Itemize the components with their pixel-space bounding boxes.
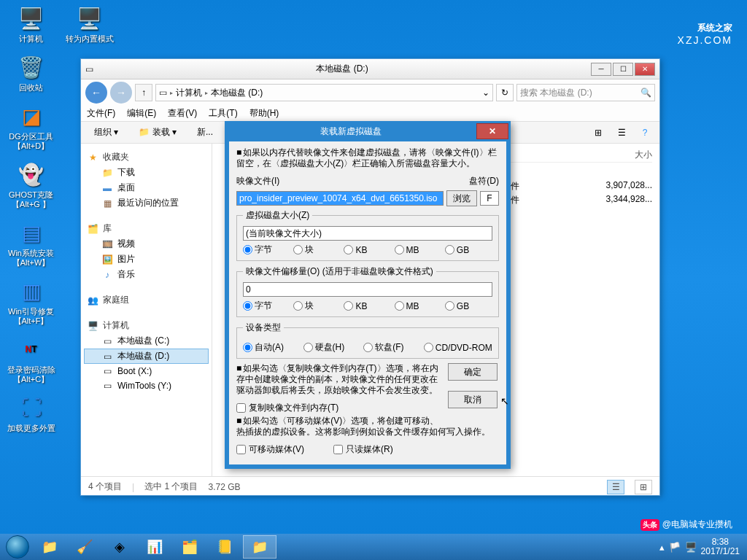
breadcrumb-segment[interactable]: 计算机 [176,87,202,99]
sidebar-item-drive-c[interactable]: ▭本地磁盘 (C:) [84,333,209,349]
desktop-icon-winsetup[interactable]: ▤Win系统安装【Alt+W】 [4,218,58,268]
desktop-icon-loadmore[interactable]: ⛶加载更多外置 [4,393,58,433]
desktop-icon-recycle[interactable]: 🗑️回收站 [4,52,58,93]
offset-unit-gb[interactable]: GB [445,300,492,312]
dialog-close-button[interactable]: ✕ [476,123,508,139]
drive-icon: ▭ [101,351,113,362]
desktop-icon-dg[interactable]: ◪DG分区工具【Alt+D】 [4,101,58,151]
drive-letter-input[interactable] [480,191,499,206]
taskbar-item[interactable]: 📊 [138,535,171,559]
tray-flag-icon[interactable]: 🏳️ [669,542,681,553]
forward-button[interactable]: → [110,82,132,104]
size-unit-mb[interactable]: MB [395,244,442,256]
menu-help[interactable]: 帮助(H) [249,107,279,120]
password-clear-icon: NT [17,335,46,364]
cancel-button[interactable]: 取消 [448,391,498,408]
sidebar-item-recent[interactable]: ▦最近访问的位置 [84,195,209,211]
taskbar-item-explorer[interactable]: 📁 [243,535,276,559]
mount-button[interactable]: 📁 装载 ▾ [131,124,184,141]
offset-unit-mb[interactable]: MB [395,300,442,312]
menu-tools[interactable]: 工具(T) [209,107,237,120]
app-icon: ◈ [111,538,128,556]
sidebar-item-drive-y[interactable]: ▭WimTools (Y:) [84,378,209,393]
sidebar-item-music[interactable]: ♪音乐 [84,267,209,282]
organize-button[interactable]: 组织 ▾ [87,124,125,141]
sidebar-favorites-header[interactable]: ★收藏夹 [84,149,209,165]
picture-icon: 🖼️ [101,254,113,265]
windows-orb-icon [6,535,29,559]
sidebar-item-drive-d[interactable]: ▭本地磁盘 (D:) [84,349,209,364]
taskbar: 📁 🧹 ◈ 📊 🗂️ 📒 📁 ▴ 🏳️ 🖥️ 8:38 2017/1/21 [0,534,747,560]
removable-media-checkbox[interactable] [236,445,246,454]
explorer-titlebar[interactable]: ▭ 本地磁盘 (D:) ─ ☐ ✕ [81,59,659,79]
desktop-icon-switch-mode[interactable]: 🖥️转为内置模式 [62,4,117,44]
view-icons-button[interactable]: ⊞ [589,125,607,141]
copy-to-memory-checkbox[interactable] [236,403,246,413]
browse-button[interactable]: 浏览 [446,190,477,206]
sidebar-item-pictures[interactable]: 🖼️图片 [84,252,209,267]
ok-button[interactable]: 确定 [448,363,498,381]
taskbar-item[interactable]: 🧹 [68,535,101,559]
size-unit-bytes[interactable]: 字节 [243,244,290,256]
sidebar-item-drive-x[interactable]: ▭Boot (X:) [84,364,209,378]
dialog-info-3: 如果勾选〈可移动媒体(V)〉选项，将创建可移动、热插拔的虚拟设备。这将影响到例如… [236,416,499,438]
close-button[interactable]: ✕ [635,63,655,76]
maximize-button[interactable]: ☐ [613,63,633,76]
desktop-icon-computer[interactable]: 🖥️计算机 [4,4,58,44]
view-tiles-icon[interactable]: ⊞ [635,480,652,494]
view-details-button[interactable]: ☰ [613,125,630,141]
taskbar-item[interactable]: 🗂️ [173,535,206,559]
breadcrumb[interactable]: ▭▸ 计算机▸ 本地磁盘 (D:) ⌄ [155,84,493,101]
recycle-bin-icon: 🗑️ [17,52,46,82]
mount-vdisk-dialog: 装载新虚拟磁盘 ✕ 如果以内存代替映像文件来创建虚拟磁盘，请将〈映像文件(I)〉… [225,121,511,469]
refresh-button[interactable]: ↻ [496,84,514,101]
sidebar-item-videos[interactable]: 🎞️视频 [84,236,209,252]
back-button[interactable]: ← [85,82,107,104]
sidebar-item-desktop[interactable]: ▬桌面 [84,180,209,195]
start-button[interactable] [3,535,32,559]
dialog-titlebar[interactable]: 装载新虚拟磁盘 ✕ [225,121,511,141]
menu-edit[interactable]: 编辑(E) [127,107,156,120]
sidebar-computer-header[interactable]: 🖥️计算机 [84,318,209,333]
offset-unit-kb[interactable]: KB [344,300,391,312]
size-unit-gb[interactable]: GB [445,244,492,256]
taskbar-item[interactable]: 📁 [33,535,66,559]
breadcrumb-segment[interactable]: 本地磁盘 (D:) [211,87,263,99]
size-input[interactable] [243,226,492,241]
sidebar-libraries-header[interactable]: 🗂️库 [84,221,209,236]
new-button[interactable]: 新... [190,124,220,141]
desktop-icons-column-1: 🖥️计算机 🗑️回收站 ◪DG分区工具【Alt+D】 👻GHOST克隆【Alt+… [4,4,77,442]
ghost-icon: 👻 [17,160,46,189]
size-unit-blocks[interactable]: 块 [293,244,341,256]
tray-arrow-icon[interactable]: ▴ [659,542,665,553]
dropdown-icon[interactable]: ⌄ [482,88,489,98]
sidebar-homegroup-header[interactable]: 👥家庭组 [84,292,209,308]
offset-input[interactable] [243,282,492,297]
search-input[interactable]: 搜索 本地磁盘 (D:) 🔍 [516,84,655,101]
size-unit-kb[interactable]: KB [344,244,391,256]
taskbar-item[interactable]: ◈ [103,535,136,559]
menu-view[interactable]: 查看(V) [168,107,197,120]
desktop-icon-password[interactable]: NT登录密码清除【Alt+C】 [4,335,58,384]
desktop-icon-ghost[interactable]: 👻GHOST克隆【Alt+G 】 [4,160,58,209]
readonly-media-checkbox[interactable] [333,445,343,454]
drive-icon: ▭ [85,64,93,74]
image-file-input[interactable] [236,191,444,206]
device-hdd[interactable]: 硬盘(H) [303,341,361,354]
offset-unit-bytes[interactable]: 字节 [243,300,290,312]
desktop-icon-bootfix[interactable]: ▥Win引导修复【Alt+F】 [4,276,58,326]
tray-monitor-icon[interactable]: 🖥️ [685,542,697,553]
menu-file[interactable]: 文件(F) [87,107,115,120]
sidebar-item-downloads[interactable]: 📁下载 [84,165,209,180]
taskbar-clock[interactable]: 8:38 2017/1/21 [701,537,740,556]
view-list-icon[interactable]: ☰ [607,480,624,494]
device-cdrom[interactable]: CD/DVD-ROM [424,341,492,354]
up-button[interactable]: ↑ [135,84,152,101]
device-auto[interactable]: 自动(A) [243,341,301,354]
drive-icon: ▭ [101,365,113,377]
help-button[interactable]: ? [636,125,654,141]
minimize-button[interactable]: ─ [591,63,611,76]
device-floppy[interactable]: 软盘(F) [363,341,421,354]
offset-unit-blocks[interactable]: 块 [293,300,341,312]
taskbar-item[interactable]: 📒 [208,535,241,559]
